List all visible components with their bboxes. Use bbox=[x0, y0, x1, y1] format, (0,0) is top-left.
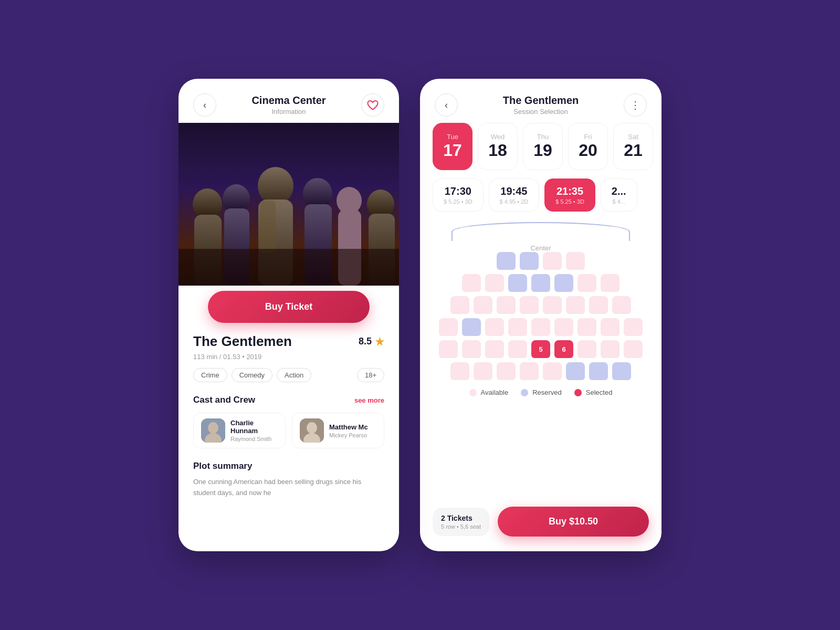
date-item-tue[interactable]: Tue 17 bbox=[433, 123, 472, 170]
legend-reserved: Reserved bbox=[521, 388, 562, 396]
seat-available[interactable] bbox=[485, 340, 504, 358]
legend-available: Available bbox=[469, 388, 509, 396]
seat-available[interactable] bbox=[589, 296, 608, 314]
seat-available[interactable] bbox=[601, 274, 620, 292]
cast-card-charlie: Charlie Hunnam Raymond Smith bbox=[193, 413, 286, 448]
time-val-1945: 19:45 bbox=[500, 185, 527, 197]
seat-area: Center bbox=[420, 222, 662, 498]
seat-available[interactable] bbox=[439, 318, 458, 336]
seat-available[interactable] bbox=[497, 362, 516, 380]
time-meta-2135: $ 5.25 • 3D bbox=[555, 198, 584, 205]
screen-label: Center bbox=[430, 244, 651, 252]
cast-card-matthew: Matthew Mc Mickey Pearso bbox=[292, 413, 384, 448]
date-day-tue: Tue bbox=[447, 133, 458, 141]
tag-action: Action bbox=[277, 368, 311, 382]
seat-available[interactable] bbox=[554, 318, 573, 336]
legend-label-available: Available bbox=[481, 388, 509, 396]
date-item-thu[interactable]: Thu 19 bbox=[523, 123, 563, 170]
seat-reserved[interactable] bbox=[508, 274, 527, 292]
seat-available[interactable] bbox=[612, 296, 631, 314]
seat-reserved[interactable] bbox=[554, 274, 573, 292]
time-item-1945[interactable]: 19:45 $ 4.95 • 2D bbox=[489, 178, 540, 212]
seat-available[interactable] bbox=[462, 340, 481, 358]
more-options-button[interactable]: ⋮ bbox=[624, 93, 647, 117]
date-day-thu: Thu bbox=[537, 133, 549, 141]
svg-point-5 bbox=[258, 167, 293, 205]
seat-available[interactable] bbox=[485, 274, 504, 292]
seat-available[interactable] bbox=[578, 274, 596, 292]
age-rating: 18+ bbox=[357, 368, 384, 382]
seat-available[interactable] bbox=[624, 340, 643, 358]
seat-available[interactable] bbox=[485, 318, 504, 336]
cast-avatar-charlie bbox=[201, 418, 225, 443]
seat-available[interactable] bbox=[497, 296, 516, 314]
seat-available[interactable] bbox=[520, 296, 539, 314]
seat-reserved[interactable] bbox=[520, 252, 539, 270]
legend-dot-selected bbox=[574, 389, 582, 396]
favorite-button[interactable] bbox=[361, 93, 384, 117]
buy-ticket-button[interactable]: Buy Ticket bbox=[208, 291, 370, 323]
time-val-2135: 21:35 bbox=[556, 185, 583, 197]
date-num-thu: 19 bbox=[533, 141, 552, 160]
date-item-sat[interactable]: Sat 21 bbox=[613, 123, 653, 170]
seat-available[interactable] bbox=[531, 318, 550, 336]
cast-name-matthew: Matthew Mc bbox=[329, 423, 368, 431]
seat-available[interactable] bbox=[543, 362, 562, 380]
seat-selected-6[interactable]: 6 bbox=[554, 340, 573, 358]
seat-available[interactable] bbox=[462, 274, 481, 292]
seat-available[interactable] bbox=[566, 252, 585, 270]
svg-point-19 bbox=[307, 422, 317, 434]
seat-available[interactable] bbox=[474, 362, 492, 380]
plot-text: One cunning American had been selling dr… bbox=[193, 477, 384, 499]
seat-available[interactable] bbox=[601, 340, 620, 358]
cast-section-header: Cast and Crew see more bbox=[193, 395, 384, 405]
seat-available[interactable] bbox=[439, 340, 458, 358]
seat-available[interactable] bbox=[508, 340, 527, 358]
cast-info-matthew: Matthew Mc Mickey Pearso bbox=[329, 423, 368, 438]
seat-row-1 bbox=[450, 252, 631, 270]
date-num-wed: 18 bbox=[488, 141, 507, 160]
seat-row-2 bbox=[462, 274, 620, 292]
seat-available[interactable] bbox=[450, 362, 469, 380]
movie-rating: 8.5 ★ bbox=[359, 335, 384, 348]
seat-reserved[interactable] bbox=[497, 252, 516, 270]
seat-reserved[interactable] bbox=[612, 362, 631, 380]
left-card-header: ‹ Cinema Center Information bbox=[178, 79, 399, 123]
seat-available[interactable] bbox=[543, 252, 562, 270]
seat-available[interactable] bbox=[566, 296, 585, 314]
see-more-button[interactable]: see more bbox=[354, 396, 384, 404]
seat-available[interactable] bbox=[450, 296, 469, 314]
seat-available[interactable] bbox=[474, 296, 492, 314]
star-icon: ★ bbox=[375, 335, 384, 348]
seat-reserved[interactable] bbox=[589, 362, 608, 380]
seat-selected-5[interactable]: 5 bbox=[531, 340, 550, 358]
seat-available[interactable] bbox=[543, 296, 562, 314]
buy-button[interactable]: Buy $10.50 bbox=[498, 507, 649, 537]
back-button[interactable]: ‹ bbox=[193, 93, 216, 117]
time-meta-extra: $ 4... bbox=[612, 198, 625, 205]
rating-value: 8.5 bbox=[359, 336, 372, 347]
right-movie-subtitle: Session Selection bbox=[503, 108, 579, 116]
seat-reserved[interactable] bbox=[566, 362, 585, 380]
seat-reserved[interactable] bbox=[531, 274, 550, 292]
seat-available[interactable] bbox=[601, 318, 620, 336]
date-item-fri[interactable]: Fri 20 bbox=[568, 123, 608, 170]
time-item-1730[interactable]: 17:30 $ 5.25 • 3D bbox=[433, 178, 484, 212]
time-item-extra[interactable]: 2... $ 4... bbox=[601, 178, 637, 212]
right-back-button[interactable]: ‹ bbox=[435, 93, 458, 117]
seat-row-5: 5 6 bbox=[439, 340, 643, 358]
time-meta-1945: $ 4.95 • 2D bbox=[500, 198, 529, 205]
seat-reserved[interactable] bbox=[462, 318, 481, 336]
seat-available[interactable] bbox=[578, 340, 596, 358]
seat-available[interactable] bbox=[624, 318, 643, 336]
cast-title: Cast and Crew bbox=[193, 395, 255, 405]
genre-tags: Crime Comedy Action 18+ bbox=[193, 368, 384, 382]
legend-dot-reserved bbox=[521, 389, 528, 396]
seat-available[interactable] bbox=[578, 318, 596, 336]
time-item-2135[interactable]: 21:35 $ 5.25 • 3D bbox=[544, 178, 595, 212]
seat-available[interactable] bbox=[520, 362, 539, 380]
right-movie-title: The Gentlemen bbox=[503, 94, 579, 107]
date-item-wed[interactable]: Wed 18 bbox=[478, 123, 518, 170]
date-day-wed: Wed bbox=[491, 133, 505, 141]
seat-available[interactable] bbox=[508, 318, 527, 336]
